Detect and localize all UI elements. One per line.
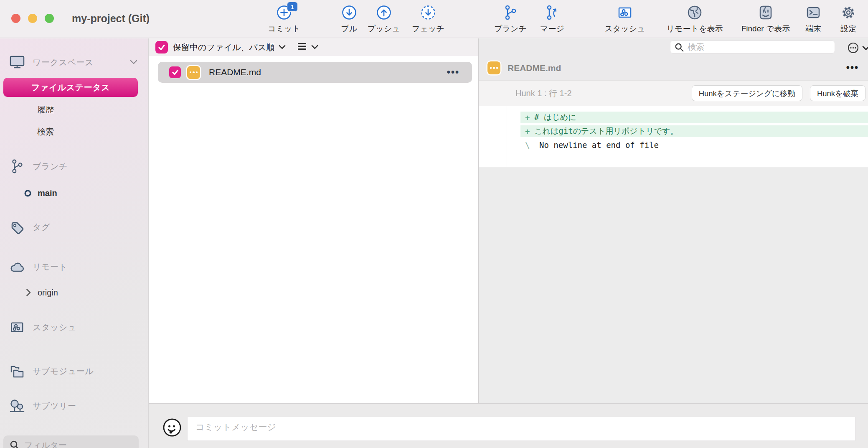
traffic-lights (11, 14, 54, 23)
select-all-checkbox[interactable] (155, 41, 168, 53)
terminal-button[interactable]: 端末 (797, 4, 830, 34)
show-in-finder-button[interactable]: Finder で表示 (728, 4, 803, 34)
sidebar-section-workspace[interactable]: ワークスペース (0, 53, 148, 71)
file-status-icon (487, 61, 500, 74)
minimize-window-button[interactable] (28, 14, 37, 23)
diff-lines: + # はじめに + これはgitのテスト用リポジトリです。 \ No newl… (479, 106, 868, 167)
globe-icon (686, 4, 703, 21)
file-checkbox[interactable] (169, 66, 181, 78)
fetch-icon (420, 4, 436, 21)
stash-icon (616, 4, 634, 21)
diff-line-added[interactable]: + これはgitのテスト用リポジトリです。 (520, 125, 868, 137)
push-button[interactable]: プッシュ (363, 4, 405, 34)
file-name: README.md (209, 67, 261, 77)
chevron-down-icon[interactable] (311, 43, 318, 51)
tag-icon (8, 219, 26, 235)
file-list-header: 保留中のファイル、パス順 (149, 38, 478, 56)
terminal-icon (805, 4, 822, 21)
commit-bar (149, 403, 868, 448)
diff-file-header: README.md ••• (479, 56, 868, 80)
sidebar-section-remotes[interactable]: リモート (0, 258, 148, 275)
commit-count-badge: 1 (287, 2, 298, 12)
hunk-block: Hunk 1 : 行 1-2 Hunkをステージングに移動 Hunkを破棄 + … (479, 80, 868, 167)
stash-icon (8, 319, 26, 335)
stage-hunk-button[interactable]: Hunkをステージングに移動 (692, 85, 802, 101)
commit-icon: 1 (276, 4, 292, 21)
sidebar-section-tags[interactable]: タグ (0, 218, 148, 236)
diff-search-box[interactable] (670, 41, 835, 53)
sidebar-item-branch-main[interactable]: main (0, 185, 148, 201)
merge-icon (544, 4, 561, 21)
commit-node-icon (24, 189, 32, 197)
sidebar-item-search[interactable]: 検索 (0, 123, 148, 140)
diff-file-title: README.md (508, 63, 561, 73)
emoji-picker-icon[interactable] (162, 417, 182, 439)
file-list-mode-label: 保留中のファイル、パス順 (173, 42, 274, 53)
diff-pane: README.md ••• Hunk 1 : 行 1-2 Hunkをステージング… (478, 38, 868, 403)
sidebar-section-branches[interactable]: ブランチ (0, 158, 148, 175)
magnifier-icon (9, 440, 20, 448)
merge-button[interactable]: マージ (531, 4, 573, 34)
filter-input[interactable] (24, 440, 124, 448)
hunk-header: Hunk 1 : 行 1-2 Hunkをステージングに移動 Hunkを破棄 (479, 81, 868, 106)
circle-ellipsis-icon[interactable] (847, 42, 859, 54)
show-remote-button[interactable]: リモートを表示 (659, 4, 730, 34)
file-list-pane: 保留中のファイル、パス順 README.md ••• (149, 38, 478, 403)
branch-icon (8, 158, 26, 175)
settings-button[interactable]: 設定 (832, 4, 865, 34)
commit-button[interactable]: 1 コミット (259, 4, 309, 34)
chevron-down-icon[interactable] (862, 46, 868, 51)
discard-hunk-button[interactable]: Hunkを破棄 (810, 85, 865, 101)
chevron-right-icon[interactable] (26, 288, 31, 297)
chevron-down-icon[interactable] (279, 43, 286, 51)
close-window-button[interactable] (11, 14, 20, 23)
monitor-icon (8, 54, 26, 70)
sidebar-section-submodules[interactable]: サブモジュール (0, 362, 148, 380)
sidebar-section-stashes[interactable]: スタッシュ (0, 318, 148, 336)
pull-icon (341, 4, 357, 21)
file-row-readme[interactable]: README.md ••• (158, 62, 472, 83)
trees-icon (8, 397, 26, 414)
sidebar-item-file-status[interactable]: ファイルステータス (3, 78, 138, 97)
commit-message-input[interactable] (188, 417, 855, 432)
chevron-down-icon[interactable] (130, 59, 137, 66)
pull-button[interactable]: プル (332, 4, 366, 34)
diff-search-row (479, 38, 868, 56)
file-actions-menu-icon[interactable]: ••• (447, 67, 459, 78)
sidebar-item-history[interactable]: 履歴 (0, 101, 148, 118)
window-title: my-project (Git) (72, 13, 150, 25)
finder-icon (757, 4, 774, 21)
branch-icon (502, 4, 519, 21)
sidebar-filter[interactable] (3, 435, 139, 448)
commit-message-box[interactable] (187, 417, 855, 441)
file-status-icon (187, 66, 200, 79)
gear-icon (840, 4, 857, 21)
sourcetree-window: my-project (Git) 1 コミット プル (0, 0, 868, 448)
hunk-title: Hunk 1 : 行 1-2 (515, 88, 572, 99)
diff-line-added[interactable]: + # はじめに (520, 112, 868, 123)
zoom-window-button[interactable] (45, 14, 54, 23)
fetch-button[interactable]: フェッチ (407, 4, 449, 34)
stash-button[interactable]: スタッシュ (600, 4, 650, 34)
view-options-icon[interactable] (297, 42, 307, 52)
sidebar-item-remote-origin[interactable]: origin (0, 284, 148, 301)
magnifier-icon (674, 42, 684, 52)
branch-button[interactable]: ブランチ (490, 4, 531, 34)
folders-icon (8, 363, 26, 379)
cloud-icon (8, 260, 26, 274)
toolbar: my-project (Git) 1 コミット プル (0, 0, 868, 38)
push-icon (376, 4, 392, 21)
diff-actions-menu-icon[interactable]: ••• (846, 62, 859, 74)
diff-line-no-newline: \ No newline at end of file (520, 139, 868, 151)
diff-search-input[interactable] (688, 42, 821, 52)
sidebar-section-subtrees[interactable]: サブツリー (0, 397, 148, 415)
sidebar: ワークスペース ファイルステータス 履歴 検索 ブランチ (0, 38, 149, 448)
